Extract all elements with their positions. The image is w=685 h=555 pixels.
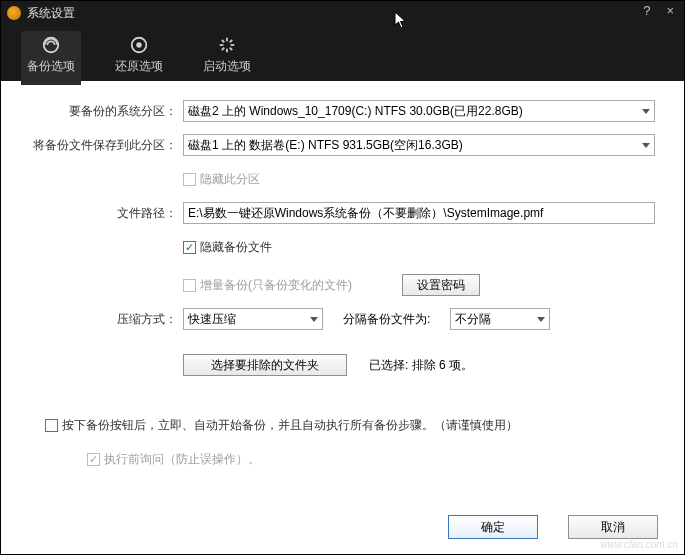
split-dropdown[interactable]: 不分隔 xyxy=(450,308,550,330)
checkbox-icon xyxy=(183,173,196,186)
settings-window: 系统设置 ? × 备份选项 还原选项 xyxy=(0,0,685,555)
set-password-button[interactable]: 设置密码 xyxy=(402,274,480,296)
split-value: 不分隔 xyxy=(455,311,491,328)
exclude-folders-button[interactable]: 选择要排除的文件夹 xyxy=(183,354,347,376)
file-path-label: 文件路径： xyxy=(15,205,183,222)
backup-icon xyxy=(41,35,61,55)
dialog-footer: 确定 取消 xyxy=(1,508,684,554)
tab-label: 启动选项 xyxy=(203,58,251,75)
dest-partition-label: 将备份文件保存到此分区： xyxy=(15,137,183,154)
autostart-backup-checkbox[interactable]: 按下备份按钮后，立即、自动开始备份，并且自动执行所有备份步骤。（请谨慎使用） xyxy=(45,417,518,434)
tab-backup-options[interactable]: 备份选项 xyxy=(21,31,81,85)
tab-label: 还原选项 xyxy=(115,58,163,75)
svg-line-8 xyxy=(230,48,232,50)
tab-label: 备份选项 xyxy=(27,58,75,75)
app-logo-icon xyxy=(7,6,21,20)
autostart-backup-text: 按下备份按钮后，立即、自动开始备份，并且自动执行所有备份步骤。（请谨慎使用） xyxy=(62,417,518,434)
hide-backup-file-text: 隐藏备份文件 xyxy=(200,239,272,256)
dest-partition-dropdown[interactable]: 磁盘1 上的 数据卷(E:) NTFS 931.5GB(空闲16.3GB) xyxy=(183,134,655,156)
content-area: 要备份的系统分区： 磁盘2 上的 Windows_10_1709(C:) NTF… xyxy=(1,81,684,508)
startup-icon xyxy=(217,35,237,55)
help-icon[interactable]: ? xyxy=(639,3,654,18)
exclude-status-text: 已选择: 排除 6 项。 xyxy=(369,357,473,374)
source-partition-label: 要备份的系统分区： xyxy=(15,103,183,120)
dest-partition-value: 磁盘1 上的 数据卷(E:) NTFS 931.5GB(空闲16.3GB) xyxy=(188,137,463,154)
hide-partition-checkbox[interactable]: 隐藏此分区 xyxy=(183,171,260,188)
tab-startup-options[interactable]: 启动选项 xyxy=(197,31,257,85)
checkbox-icon xyxy=(183,279,196,292)
restore-icon xyxy=(129,35,149,55)
source-partition-dropdown[interactable]: 磁盘2 上的 Windows_10_1709(C:) NTFS 30.0GB(已… xyxy=(183,100,655,122)
incremental-backup-checkbox[interactable]: 增量备份(只备份变化的文件) xyxy=(183,277,352,294)
checkbox-icon xyxy=(183,241,196,254)
svg-line-10 xyxy=(230,40,232,42)
split-label: 分隔备份文件为: xyxy=(343,311,430,328)
compression-label: 压缩方式： xyxy=(15,311,183,328)
compression-dropdown[interactable]: 快速压缩 xyxy=(183,308,323,330)
source-partition-value: 磁盘2 上的 Windows_10_1709(C:) NTFS 30.0GB(已… xyxy=(188,103,523,120)
file-path-value: E:\易数一键还原Windows系统备份（不要删除）\SystemImage.p… xyxy=(188,205,543,222)
close-icon[interactable]: × xyxy=(662,3,678,18)
svg-line-9 xyxy=(222,48,224,50)
compression-value: 快速压缩 xyxy=(188,311,236,328)
hide-partition-text: 隐藏此分区 xyxy=(200,171,260,188)
tab-restore-options[interactable]: 还原选项 xyxy=(109,31,169,85)
preconfirm-checkbox[interactable]: 执行前询问（防止误操作）。 xyxy=(87,451,260,468)
checkbox-icon xyxy=(45,419,58,432)
file-path-input[interactable]: E:\易数一键还原Windows系统备份（不要删除）\SystemImage.p… xyxy=(183,202,655,224)
checkbox-icon xyxy=(87,453,100,466)
window-title: 系统设置 xyxy=(27,5,75,22)
tab-bar: 备份选项 还原选项 启动选项 xyxy=(1,25,684,85)
hide-backup-file-checkbox[interactable]: 隐藏备份文件 xyxy=(183,239,272,256)
preconfirm-text: 执行前询问（防止误操作）。 xyxy=(104,451,260,468)
ok-button[interactable]: 确定 xyxy=(448,515,538,539)
svg-point-2 xyxy=(137,43,141,47)
svg-line-7 xyxy=(222,40,224,42)
titlebar: 系统设置 ? × 备份选项 还原选项 xyxy=(1,1,684,81)
cancel-button[interactable]: 取消 xyxy=(568,515,658,539)
incremental-backup-text: 增量备份(只备份变化的文件) xyxy=(200,277,352,294)
